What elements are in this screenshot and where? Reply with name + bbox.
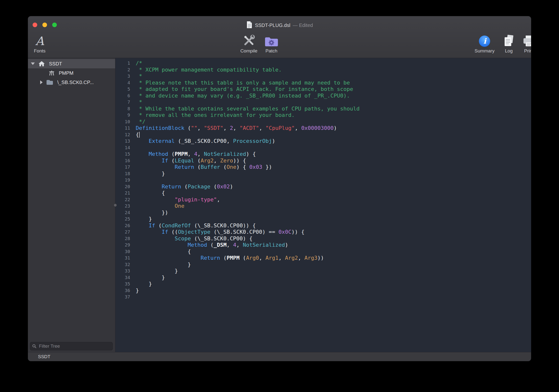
line-number: 30 (115, 248, 130, 255)
code-line[interactable]: * While the table contains several examp… (136, 106, 360, 112)
line-number: 25 (115, 216, 130, 222)
line-number: 20 (115, 184, 130, 190)
code-line[interactable]: } (136, 281, 360, 287)
code-line[interactable]: Return (PMPM (Arg0, Arg1, Arg2, Arg3)) (136, 255, 360, 261)
line-number: 18 (115, 171, 130, 177)
code-line[interactable]: * (136, 73, 360, 80)
title-group: SSDT-PLUG.dsl — Edited (246, 21, 313, 30)
code-line[interactable]: * (136, 99, 360, 106)
maciasl-window: SSDT-PLUG.dsl — Edited A Fonts (28, 16, 531, 361)
sidebar-item-pmpm[interactable]: PMPM (28, 68, 115, 78)
close-button[interactable] (33, 23, 37, 27)
code-line[interactable]: If (CondRefOf (\_SB.SCK0.CP00)) { (136, 222, 360, 229)
code-line[interactable]: * remove all the ones irrelevant for you… (136, 112, 360, 119)
line-number: 16 (115, 158, 130, 164)
line-number: 5 (115, 86, 130, 93)
code-line[interactable]: Method (_DSM, 4, NotSerialized) (136, 242, 360, 248)
sidebar: SSDT PMPM (28, 58, 115, 352)
code-line[interactable]: Scope (\_SB.SCK0.CP00) { (136, 235, 360, 242)
line-number: 17 (115, 164, 130, 171)
code-line[interactable]: Method (PMPM, 4, NotSerialized) { (136, 151, 360, 158)
filter-tree-field (30, 342, 113, 350)
code-line[interactable]: "plugin-type", (136, 196, 360, 203)
code-line[interactable]: } (136, 171, 360, 177)
patch-button[interactable]: Patch (253, 33, 290, 54)
line-number: 13 (115, 138, 130, 145)
line-number: 36 (115, 287, 130, 294)
desktop: SSDT-PLUG.dsl — Edited A Fonts (0, 0, 559, 392)
code-line[interactable]: } (136, 261, 360, 268)
line-number: 9 (115, 112, 130, 119)
line-number: 4 (115, 80, 130, 86)
line-number: 1 (115, 60, 130, 67)
sidebar-item-label: SSDT (49, 61, 62, 67)
code-line[interactable]: Return (Package (0x02) (136, 184, 360, 190)
line-number: 24 (115, 209, 130, 216)
line-number-gutter: 1234567891011121314151617181920212223242… (115, 60, 130, 352)
line-number: 27 (115, 229, 130, 235)
home-icon (38, 61, 45, 67)
disclosure-closed-icon[interactable] (40, 80, 43, 84)
line-number: 21 (115, 190, 130, 196)
toolbar: A Fonts (28, 31, 531, 58)
title-bar[interactable]: SSDT-PLUG.dsl — Edited (28, 16, 531, 31)
sidebar-item-sb-sck0[interactable]: \_SB.SCK0.CP... (28, 78, 115, 87)
line-number: 28 (115, 235, 130, 242)
code-line[interactable]: { (136, 248, 360, 255)
print-button[interactable]: Print (510, 33, 531, 54)
method-icon (49, 70, 55, 76)
code-line[interactable]: * XCPM power management compatibility ta… (136, 67, 360, 73)
fonts-icon: A (36, 34, 44, 48)
code-line[interactable]: } (136, 274, 360, 281)
traffic-lights (33, 23, 57, 27)
line-number: 32 (115, 261, 130, 268)
info-circle-icon: i (478, 33, 491, 48)
filter-tree-input[interactable] (38, 343, 110, 349)
code-line[interactable]: }) (136, 209, 360, 216)
line-number: 35 (115, 281, 130, 287)
code-area[interactable]: /* * XCPM power management compatibility… (136, 60, 360, 352)
code-line[interactable]: External (_SB_.SCK0.CP00, ProcessorObj) (136, 138, 360, 145)
disclosure-open-icon[interactable] (31, 62, 35, 65)
code-editor[interactable]: 1234567891011121314151617181920212223242… (115, 58, 531, 352)
code-line[interactable]: If ((ObjectType (\_SB.SCK0.CP00) == 0x0C… (136, 229, 360, 235)
code-line[interactable] (136, 145, 360, 151)
code-line[interactable]: { (136, 190, 360, 196)
code-line[interactable]: { (136, 132, 360, 138)
window-title: SSDT-PLUG.dsl (255, 23, 290, 28)
folder-icon (46, 79, 53, 85)
line-number: 14 (115, 145, 130, 151)
text-cursor (139, 132, 140, 138)
printer-icon (522, 33, 531, 48)
document-proxy-icon[interactable] (246, 21, 253, 30)
code-line[interactable] (136, 294, 360, 300)
code-line[interactable]: Return (Buffer (One) { 0x03 }) (136, 164, 360, 171)
code-line[interactable]: One (136, 203, 360, 209)
search-icon (32, 344, 36, 348)
pane-splitter-handle[interactable] (114, 204, 117, 207)
code-line[interactable]: * and device name may vary (e.g. _SB_.PR… (136, 93, 360, 99)
code-line[interactable]: If (LEqual (Arg2, Zero)) { (136, 158, 360, 164)
line-number: 37 (115, 294, 130, 300)
line-number: 12 (115, 132, 130, 138)
sidebar-item-label: \_SB.SCK0.CP... (57, 80, 94, 85)
minimize-button[interactable] (42, 23, 47, 27)
line-number: 31 (115, 255, 130, 261)
code-line[interactable]: } (136, 287, 360, 294)
zoom-button[interactable] (52, 23, 57, 27)
line-number: 11 (115, 125, 130, 132)
code-line[interactable]: * Please note that this table is only a … (136, 80, 360, 86)
code-line[interactable]: */ (136, 119, 360, 125)
code-line[interactable]: } (136, 216, 360, 222)
fonts-button[interactable]: A Fonts (28, 33, 58, 54)
code-line[interactable]: /* (136, 60, 360, 67)
line-number: 7 (115, 99, 130, 106)
status-path: SSDT (38, 354, 50, 359)
code-line[interactable]: } (136, 268, 360, 274)
line-number: 2 (115, 67, 130, 73)
code-line[interactable]: * adapted to fit your board's ACPI stack… (136, 86, 360, 93)
window-edited-suffix: — Edited (293, 23, 313, 28)
code-line[interactable] (136, 177, 360, 184)
code-line[interactable]: DefinitionBlock ("", "SSDT", 2, "ACDT", … (136, 125, 360, 132)
sidebar-item-ssdt[interactable]: SSDT (28, 59, 115, 68)
